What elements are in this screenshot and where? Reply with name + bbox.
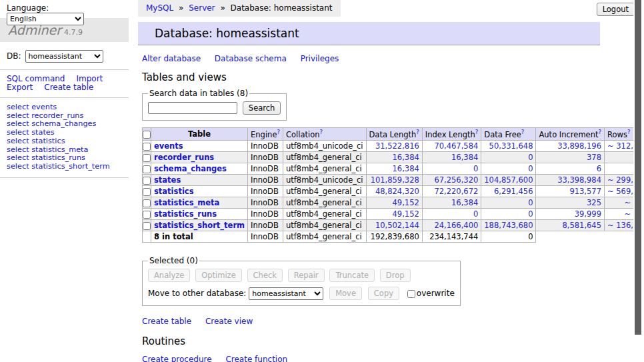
data-length-link[interactable]: 31,522,816 bbox=[375, 141, 419, 151]
table-link-events[interactable]: events bbox=[154, 141, 183, 151]
table-link-statistics-runs[interactable]: statistics_runs bbox=[154, 209, 217, 219]
move-button[interactable]: Move bbox=[329, 287, 362, 300]
data-free-link[interactable]: 188,743,680 bbox=[484, 221, 533, 230]
index-length-link[interactable]: 16,384 bbox=[451, 198, 478, 207]
analyze-button[interactable]: Analyze bbox=[148, 269, 190, 282]
sql-command-link[interactable]: SQL command bbox=[7, 74, 65, 83]
sidebar-item-select-events[interactable]: select events bbox=[7, 103, 129, 112]
engine-help-link[interactable]: ? bbox=[277, 129, 280, 135]
data-free-link[interactable]: 0 bbox=[528, 153, 533, 162]
drop-button[interactable]: Drop bbox=[380, 269, 411, 282]
data-free-link[interactable]: 6,291,456 bbox=[494, 187, 533, 196]
data-free-link[interactable]: 0 bbox=[528, 209, 533, 219]
data-free-help-link[interactable]: ? bbox=[521, 129, 525, 135]
index-length-help-link[interactable]: ? bbox=[475, 129, 479, 135]
index-length-link[interactable]: 0 bbox=[473, 164, 478, 173]
index-length-link[interactable]: 70,467,584 bbox=[434, 141, 478, 151]
index-length-link[interactable]: 16,384 bbox=[451, 153, 478, 162]
column-header-table: Table bbox=[151, 128, 248, 141]
sidebar-item-select-statistics-short-term[interactable]: select statistics_short_term bbox=[7, 163, 129, 171]
scrollbar-track[interactable] bbox=[633, 0, 644, 362]
index-length-link[interactable]: 67,256,320 bbox=[434, 175, 478, 185]
sidebar-item-select-states[interactable]: select states bbox=[7, 129, 129, 137]
data-length-link[interactable]: 48,824,320 bbox=[375, 187, 419, 196]
copy-button[interactable]: Copy bbox=[368, 287, 399, 300]
export-link[interactable]: Export bbox=[7, 83, 33, 92]
row-select-checkbox[interactable] bbox=[143, 188, 151, 196]
data-length-link[interactable]: 16,384 bbox=[393, 164, 419, 173]
column-header-collation: Collation? bbox=[283, 128, 366, 141]
data-length-link[interactable]: 10,502,144 bbox=[375, 221, 419, 230]
data-free-link[interactable]: 50,331,648 bbox=[489, 141, 533, 151]
auto-increment-link[interactable]: 33,398,984 bbox=[557, 175, 601, 185]
alter-database-link[interactable]: Alter database bbox=[142, 54, 201, 63]
row-select-checkbox[interactable] bbox=[143, 177, 151, 185]
column-header-engine: Engine? bbox=[248, 128, 283, 141]
database-schema-link[interactable]: Database schema bbox=[215, 54, 287, 63]
row-select-checkbox[interactable] bbox=[143, 165, 151, 173]
row-select-checkbox[interactable] bbox=[143, 222, 151, 230]
auto-increment-link[interactable]: 8,581,645 bbox=[562, 221, 601, 230]
search-fieldset: Search data in tables (8) Search bbox=[142, 89, 287, 121]
breadcrumb-server-link[interactable]: Server bbox=[189, 3, 215, 13]
repair-button[interactable]: Repair bbox=[288, 269, 325, 282]
optimize-button[interactable]: Optimize bbox=[195, 269, 242, 282]
auto-increment-link[interactable]: 33,898,196 bbox=[557, 141, 601, 151]
select-all-checkbox[interactable] bbox=[143, 131, 151, 139]
table-link-states[interactable]: states bbox=[154, 175, 181, 185]
db-label: DB: bbox=[7, 51, 21, 61]
collation-cell: utf8mb4_general_ci bbox=[283, 163, 366, 175]
collation-cell: utf8mb4_general_ci bbox=[283, 209, 366, 220]
data-free-link[interactable]: 0 bbox=[528, 198, 533, 207]
scrollbar-thumb[interactable] bbox=[635, 0, 641, 335]
row-select-checkbox[interactable] bbox=[143, 199, 151, 207]
total-index-length: 234,143,744 bbox=[422, 231, 481, 243]
row-select-checkbox[interactable] bbox=[143, 143, 151, 151]
sidebar-item-select-statistics[interactable]: select statistics bbox=[7, 137, 129, 146]
collation-help-link[interactable]: ? bbox=[320, 129, 323, 135]
auto-increment-help-link[interactable]: ? bbox=[598, 129, 601, 135]
create-table-link-sidebar[interactable]: Create table bbox=[44, 83, 93, 92]
truncate-button[interactable]: Truncate bbox=[329, 269, 375, 282]
table-link-statistics-short-term[interactable]: statistics_short_term bbox=[154, 221, 245, 230]
logout-button[interactable]: Logout bbox=[597, 3, 635, 16]
data-free-link[interactable]: 104,857,600 bbox=[484, 175, 533, 185]
auto-increment-link[interactable]: 6 bbox=[597, 164, 601, 173]
table-link-recorder-runs[interactable]: recorder_runs bbox=[154, 153, 214, 162]
data-length-help-link[interactable]: ? bbox=[416, 129, 419, 135]
import-link[interactable]: Import bbox=[76, 74, 103, 83]
table-link-statistics-meta[interactable]: statistics_meta bbox=[154, 198, 219, 207]
privileges-link[interactable]: Privileges bbox=[301, 54, 339, 63]
move-db-select[interactable]: homeassistant bbox=[249, 287, 323, 300]
index-length-link[interactable]: 0 bbox=[473, 209, 478, 219]
breadcrumb-mysql-link[interactable]: MySQL bbox=[146, 3, 173, 13]
data-length-link[interactable]: 16,384 bbox=[393, 153, 419, 162]
create-procedure-link[interactable]: Create procedure bbox=[142, 355, 212, 362]
create-function-link[interactable]: Create function bbox=[225, 355, 287, 362]
auto-increment-link[interactable]: 913,577 bbox=[569, 187, 601, 196]
table-link-statistics[interactable]: statistics bbox=[154, 187, 194, 196]
index-length-link[interactable]: 24,166,400 bbox=[434, 221, 478, 230]
data-length-link[interactable]: 101,859,328 bbox=[371, 175, 419, 185]
create-table-link[interactable]: Create table bbox=[142, 317, 191, 326]
db-select[interactable]: homeassistant bbox=[25, 50, 103, 63]
engine-cell: InnoDB bbox=[248, 220, 283, 231]
overwrite-checkbox[interactable] bbox=[407, 290, 415, 298]
rows-help-link[interactable]: ? bbox=[627, 129, 631, 135]
auto-increment-link[interactable]: 39,999 bbox=[575, 209, 601, 219]
index-length-link[interactable]: 72,220,672 bbox=[434, 187, 478, 196]
overwrite-option[interactable]: overwrite bbox=[407, 289, 455, 298]
search-input[interactable] bbox=[148, 102, 237, 114]
check-button[interactable]: Check bbox=[247, 269, 283, 282]
data-length-link[interactable]: 49,152 bbox=[393, 209, 419, 219]
row-select-checkbox[interactable] bbox=[143, 211, 151, 219]
auto-increment-link[interactable]: 325 bbox=[587, 198, 601, 207]
selected-legend: Selected (0) bbox=[148, 256, 199, 265]
data-length-link[interactable]: 49,152 bbox=[393, 198, 419, 207]
create-view-link[interactable]: Create view bbox=[205, 317, 253, 326]
row-select-checkbox[interactable] bbox=[143, 154, 151, 162]
table-link-schema-changes[interactable]: schema_changes bbox=[154, 164, 227, 173]
data-free-link[interactable]: 0 bbox=[528, 164, 533, 173]
search-button[interactable]: Search bbox=[243, 101, 281, 115]
auto-increment-link[interactable]: 378 bbox=[587, 153, 601, 162]
